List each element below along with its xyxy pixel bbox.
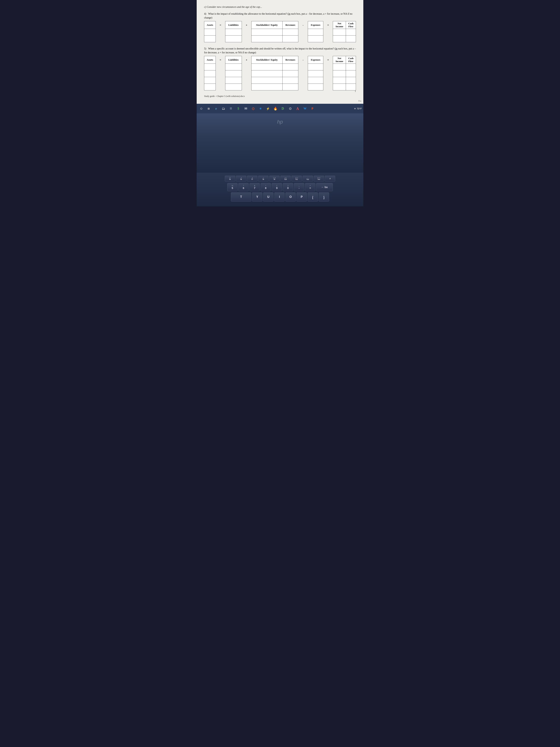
q5-r4-net-income[interactable] [333, 84, 346, 91]
word-icon[interactable]: W [302, 105, 308, 112]
q5-r3-net-income[interactable] [333, 77, 346, 84]
f12-key[interactable]: → f12 [302, 176, 313, 182]
f11-key[interactable]: ►►| f11 [292, 176, 302, 182]
q5-r4-liabilities[interactable] [225, 84, 242, 91]
q5-r1-net-income[interactable] [333, 64, 346, 70]
q5-r2-equity[interactable] [251, 70, 283, 77]
q5-r1-revenues[interactable] [283, 64, 298, 70]
f9-key[interactable]: |◄◄ f9 [269, 176, 279, 182]
q4-expenses-header: Expenses [308, 21, 323, 29]
q5-r3-cash-flow[interactable] [346, 77, 356, 84]
q4-r2-expenses[interactable] [308, 35, 323, 42]
q4-r1-cash-flow[interactable] [346, 29, 356, 35]
apps-icon[interactable]: ☷ [228, 105, 234, 112]
edge-icon[interactable]: e [213, 105, 219, 112]
q5-r2-net-income[interactable] [333, 70, 346, 77]
q5-r4-cash-flow[interactable] [346, 84, 356, 91]
key-o[interactable]: O [285, 192, 296, 202]
q5-r3-equity[interactable] [251, 77, 283, 84]
d-icon[interactable]: D [279, 105, 286, 112]
dollar-icon[interactable]: $ [235, 105, 241, 112]
q4-r1-assets[interactable] [204, 29, 216, 35]
a-icon[interactable]: A [294, 105, 301, 112]
f5-key[interactable]: ⊟ f5 [225, 176, 235, 182]
q4-r2-liabilities[interactable] [225, 35, 242, 42]
q5-r3-assets[interactable] [204, 77, 216, 84]
q4-r2-cash-flow[interactable] [346, 35, 356, 42]
key-left-bracket[interactable]: { [ [308, 192, 318, 202]
powerpoint-icon[interactable]: P [309, 105, 316, 112]
q4-r2-assets[interactable] [204, 35, 216, 42]
q4-r1-revenues[interactable] [283, 29, 298, 35]
key-t[interactable]: T [231, 192, 251, 202]
vscode-icon[interactable]: ⚡ [265, 105, 271, 112]
key-minus[interactable]: _ - [294, 183, 304, 191]
q4-equals-1: = [216, 21, 225, 29]
q5-r3-eq2 [323, 77, 333, 84]
start-button[interactable]: ○ [198, 105, 205, 112]
q5-r1-assets[interactable] [204, 64, 216, 70]
q5-text-main: When a specific account is deemed uncoll… [204, 47, 356, 54]
q5-r2-plus [242, 70, 251, 77]
key-p[interactable]: P [296, 192, 307, 202]
q5-r3-revenues[interactable] [283, 77, 298, 84]
key-5[interactable]: % 5 [227, 183, 238, 191]
taskview-icon[interactable]: ⊞ [206, 105, 212, 112]
key-6[interactable]: ^ 6 [238, 183, 249, 191]
zoom-icon[interactable]: ❋ [258, 105, 264, 112]
q5-r3-eq1 [216, 77, 225, 84]
q5-r1-expenses[interactable] [308, 64, 323, 70]
q5-r3-expenses[interactable] [308, 77, 323, 84]
key-i[interactable]: I [274, 192, 285, 202]
key-8[interactable]: * 8 [261, 183, 271, 191]
key-7[interactable]: & 7 [249, 183, 260, 191]
mail-icon[interactable]: ✉ [243, 105, 249, 112]
key-u[interactable]: U [263, 192, 273, 202]
q4-equals-2: = [323, 21, 333, 29]
delete-key[interactable]: d [325, 176, 335, 182]
q4-revenues-header: Revenues [283, 21, 298, 29]
q5-r4-expenses[interactable] [308, 84, 323, 91]
key-equals[interactable]: + = [305, 183, 315, 191]
q4-data-row-2 [204, 35, 356, 42]
f6-key[interactable]: ◄ f6 [236, 176, 246, 182]
q5-r1-equity[interactable] [251, 64, 283, 70]
q4-r1-equity[interactable] [251, 29, 283, 35]
laptop-body: hp [197, 113, 363, 173]
q5-r2-liabilities[interactable] [225, 70, 242, 77]
q5-r4-equity[interactable] [251, 84, 283, 91]
key-0[interactable]: ) 0 [283, 183, 293, 191]
q4-r1-net-income[interactable] [333, 29, 346, 35]
firefox-icon[interactable]: 🔥 [272, 105, 278, 112]
circle-icon[interactable]: ⊙ [287, 105, 293, 112]
q5-r1-cash-flow[interactable] [346, 64, 356, 70]
q5-r3-liabilities[interactable] [225, 77, 242, 84]
f7-key[interactable]: ◄ f7 [247, 176, 258, 182]
partial-question-text: c) Consider new circumstances and the ag… [204, 5, 356, 8]
q5-r4-eq1 [216, 84, 225, 91]
q4-r2-revenues[interactable] [283, 35, 298, 42]
q4-data-row-1 [204, 29, 356, 35]
q5-r4-assets[interactable] [204, 84, 216, 91]
insert-key[interactable]: prt sc ins [314, 176, 324, 182]
q4-r1-expenses[interactable] [308, 29, 323, 35]
q5-net-income-header: NetIncome [333, 56, 346, 64]
q5-r2-expenses[interactable] [308, 70, 323, 77]
q4-r2-equity[interactable] [251, 35, 283, 42]
q5-r4-revenues[interactable] [283, 84, 298, 91]
f10-key[interactable]: ►|| f10 [281, 176, 291, 182]
q5-r1-liabilities[interactable] [225, 64, 242, 70]
chrome-icon[interactable]: ⊙ [250, 105, 256, 112]
q5-r2-assets[interactable] [204, 70, 216, 77]
files-icon[interactable]: 🗂 [220, 105, 227, 112]
key-right-bracket[interactable]: } ] [319, 192, 329, 202]
q4-r2-net-income[interactable] [333, 35, 346, 42]
key-y[interactable]: Y [252, 192, 262, 202]
q4-r1-liabilities[interactable] [225, 29, 242, 35]
q4-equity-header: Stockholders' Equity [251, 21, 283, 29]
q5-r2-cash-flow[interactable] [346, 70, 356, 77]
backspace-key[interactable]: ← ba [316, 183, 333, 191]
key-9[interactable]: ( 9 [272, 183, 282, 191]
q5-r2-revenues[interactable] [283, 70, 298, 77]
f8-key[interactable]: ♪+ f8 [258, 176, 268, 182]
